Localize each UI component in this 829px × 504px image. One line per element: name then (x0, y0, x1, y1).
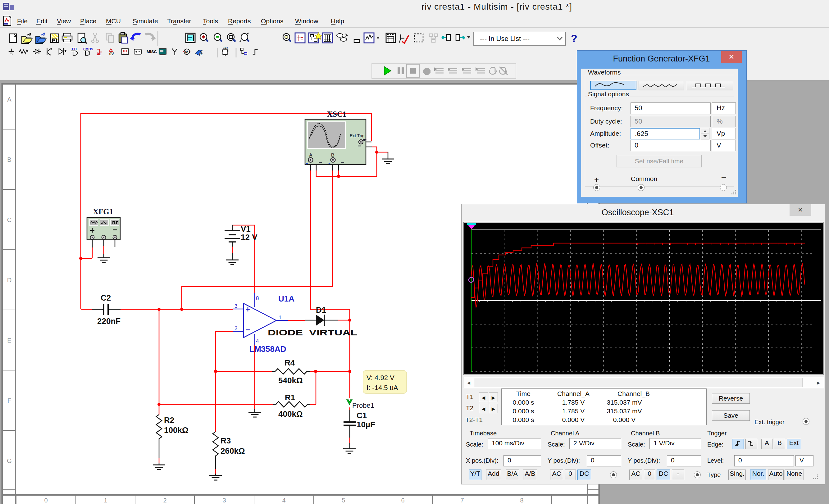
svg-text:Ext Trig: Ext Trig (350, 133, 364, 138)
svg-text:C1: C1 (357, 411, 367, 420)
svg-text:?: ? (571, 32, 577, 44)
svg-text:ƒ₁: ƒ₁ (199, 52, 202, 56)
svg-text:R4: R4 (285, 358, 295, 367)
svg-text:100kΩ: 100kΩ (164, 425, 188, 435)
svg-text:7: 7 (460, 497, 464, 504)
svg-text:1: 1 (279, 315, 281, 321)
svg-text:10µF: 10µF (357, 420, 375, 429)
svg-text:R2: R2 (164, 416, 174, 425)
svg-text:B: B (7, 156, 11, 163)
svg-text:R3: R3 (220, 436, 231, 445)
svg-text:XSC1: XSC1 (327, 110, 347, 118)
svg-text:220nF: 220nF (97, 317, 120, 326)
svg-text:5: 5 (342, 497, 345, 504)
svg-text:V: 4.92 V: V: 4.92 V (366, 374, 394, 382)
svg-text:01: 01 (97, 52, 101, 56)
svg-text:12 V: 12 V (241, 232, 257, 242)
svg-text:B: B (331, 152, 334, 157)
svg-text:2: 2 (235, 325, 237, 331)
svg-text:E: E (7, 337, 11, 344)
svg-text:A: A (7, 96, 11, 103)
svg-text:0V: 0V (109, 52, 114, 56)
svg-text:6: 6 (401, 497, 404, 504)
svg-text:D1: D1 (316, 305, 326, 315)
svg-text:F: F (7, 397, 11, 404)
svg-text:8: 8 (256, 295, 259, 301)
svg-text:R1: R1 (285, 393, 295, 402)
svg-text:TTL: TTL (71, 47, 78, 51)
svg-text:4: 4 (256, 338, 259, 344)
svg-text:U1A: U1A (278, 294, 294, 303)
svg-text:Probe1: Probe1 (352, 401, 374, 409)
svg-text:CMOS: CMOS (83, 47, 93, 51)
svg-text:V1: V1 (241, 224, 251, 233)
svg-text:400kΩ: 400kΩ (278, 409, 303, 419)
svg-text:D: D (7, 277, 11, 284)
svg-text:M: M (185, 50, 188, 55)
svg-text:--- In Use List ---: --- In Use List --- (480, 35, 530, 42)
svg-text:8: 8 (520, 497, 524, 504)
svg-text:LM358AD: LM358AD (249, 345, 286, 354)
svg-text:C2: C2 (101, 293, 111, 302)
svg-text:0: 0 (44, 497, 47, 504)
svg-text:MISC: MISC (147, 49, 157, 54)
svg-text:I: -14.5 uA: I: -14.5 uA (366, 384, 398, 392)
svg-text:G: G (7, 458, 12, 464)
svg-text:540kΩ: 540kΩ (278, 376, 303, 385)
svg-text:2: 2 (163, 497, 167, 504)
svg-text:A: A (309, 152, 313, 157)
svg-text:4: 4 (282, 497, 285, 504)
svg-text:ADJ: ADJ (223, 46, 228, 49)
svg-text:DIODE_VIRTUAL: DIODE_VIRTUAL (268, 328, 357, 337)
svg-text:XFG1: XFG1 (93, 208, 113, 216)
svg-text:C: C (7, 216, 11, 223)
svg-text:260kΩ: 260kΩ (220, 446, 245, 456)
svg-text:3: 3 (222, 497, 226, 504)
svg-text:3: 3 (235, 303, 237, 309)
svg-text:1: 1 (104, 497, 107, 504)
